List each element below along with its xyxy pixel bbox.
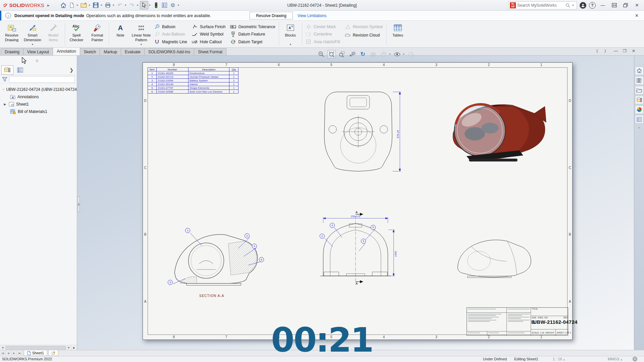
ribbon-button-surface-finish[interactable]: Surface Finish	[192, 23, 226, 30]
file-properties-icon[interactable]	[160, 1, 169, 9]
design-library-icon[interactable]	[635, 76, 644, 85]
drawing-view-top[interactable]: 976.25	[314, 86, 403, 177]
save-dropdown-icon[interactable]: ▼	[100, 4, 103, 6]
add-sheet-tab[interactable]	[48, 350, 58, 356]
user-account-icon[interactable]	[580, 2, 586, 9]
print-icon[interactable]	[104, 1, 112, 9]
print-dropdown-icon[interactable]: ▼	[112, 4, 115, 6]
zoom-window-icon[interactable]	[327, 50, 336, 58]
panel-horizontal-scrollbar[interactable]: ◀ ▶	[0, 345, 71, 350]
panel-splitter-handle[interactable]: ❯	[77, 196, 80, 212]
property-manager-tab[interactable]	[14, 65, 26, 75]
tree-item-annotations[interactable]: A Annotations	[0, 93, 77, 101]
hide-show-items-icon[interactable]	[393, 50, 401, 58]
resolve-drawing-banner-button[interactable]: Resolve Drawing	[250, 12, 293, 19]
tree-item-sheet1[interactable]: ▶ Sheet1	[0, 101, 77, 108]
drawing-view-side[interactable]	[452, 234, 534, 281]
tree-root-item[interactable]: A UBW-21162-04724 (UBW-21162-04724	[0, 86, 77, 93]
tab-sheet-format[interactable]: Sheet Format	[194, 48, 226, 55]
ribbon-button-hole-callout[interactable]: Hole Callout	[192, 38, 226, 45]
tab-evaluate[interactable]: Evaluate	[121, 48, 145, 55]
close-button[interactable]: ✕	[633, 1, 641, 9]
last-sheet-icon[interactable]: ▶|	[17, 350, 23, 356]
save-icon[interactable]	[92, 1, 100, 9]
document-restore-icon[interactable]: ❐	[623, 49, 627, 53]
banner-close-icon[interactable]: ✕	[635, 13, 639, 18]
drawing-view-front[interactable]: A A 2314.23 1530	[312, 210, 399, 285]
tab-sketch[interactable]: Sketch	[80, 48, 100, 55]
select-cursor-icon[interactable]	[140, 1, 148, 9]
search-box[interactable]: MySW ▼	[508, 1, 577, 9]
zoom-to-area-icon[interactable]	[338, 50, 346, 58]
view-limitations-link[interactable]: View Limitations	[298, 13, 326, 18]
restore-button[interactable]	[621, 1, 630, 9]
appearances-icon[interactable]	[635, 105, 644, 114]
balloon-callout[interactable]: 1	[185, 228, 190, 233]
bill-of-materials-table[interactable]: ItemNumberDescriptionQty 121161-46325Exo…	[148, 67, 238, 94]
drawing-view-isometric[interactable]	[439, 88, 547, 175]
ribbon-button-datum-target[interactable]: ADatum Target	[230, 38, 275, 45]
first-sheet-icon[interactable]: |◀	[0, 350, 6, 356]
ribbon-button-revision-cloud[interactable]: Revision Cloud	[345, 32, 383, 39]
tab-annotation[interactable]: Annotation	[53, 47, 80, 55]
balloon-callout[interactable]: 5	[371, 225, 376, 230]
taskpane-collapse-icon[interactable]: ⌃	[638, 127, 641, 131]
balloon-callout[interactable]: 4	[252, 244, 257, 249]
minimize-button[interactable]: —	[598, 1, 607, 9]
search-icon[interactable]	[566, 3, 570, 8]
search-dropdown-icon[interactable]: ▼	[572, 4, 574, 6]
ribbon-button-blocks[interactable]: A Blocks ▼	[280, 21, 301, 47]
tab-drawing[interactable]: Drawing	[1, 48, 23, 55]
zoom-to-fit-icon[interactable]	[317, 50, 325, 58]
balloon-callout[interactable]: 6	[259, 257, 264, 262]
graphics-area[interactable]: ❯ 87654321 87654321 DCBA DCBA I	[77, 56, 634, 350]
ribbon-button-tables[interactable]: Tables	[387, 21, 408, 47]
home-icon[interactable]	[59, 1, 67, 9]
panel-pin-icon[interactable]	[36, 60, 38, 62]
prev-sheet-icon[interactable]: ◀	[6, 350, 11, 356]
view-palette-icon[interactable]	[635, 96, 644, 104]
balloon-callout[interactable]: 3	[168, 280, 173, 285]
menu-expand-icon[interactable]: ▶	[47, 4, 50, 7]
new-dropdown-icon[interactable]: ▼	[76, 4, 78, 6]
status-globe-icon[interactable]	[633, 357, 637, 361]
ribbon-button-format-painter[interactable]: FormatPainter	[87, 21, 108, 47]
options-gear-icon[interactable]: ⚙	[169, 1, 177, 9]
balloon-callout[interactable]: 2	[245, 233, 250, 238]
previous-view-icon[interactable]	[348, 50, 357, 58]
open-dropdown-icon[interactable]: ▼	[88, 4, 91, 6]
help-icon[interactable]: ?	[589, 2, 596, 9]
document-minimize-icon[interactable]: —	[614, 49, 618, 53]
rebuild-traffic-light-icon[interactable]	[152, 1, 160, 9]
balloon-callout[interactable]: 3	[361, 239, 366, 244]
feature-tree-tab[interactable]	[1, 65, 13, 75]
ribbon-button-datum-feature[interactable]: ADatum Feature	[230, 31, 275, 38]
blocks-flyout-icon[interactable]: ▼	[289, 43, 291, 48]
status-scale[interactable]: 1 : 16 ▲	[553, 357, 566, 361]
balloon-callout[interactable]: 4	[330, 223, 335, 228]
panel-collapse-icon[interactable]: ❯	[69, 67, 75, 73]
hide-show-dropdown-icon[interactable]: ▼	[402, 53, 405, 55]
expand-arrow-icon[interactable]: ▶	[3, 103, 7, 106]
ribbon-button-magnetic-line[interactable]: Magnetic Line	[154, 38, 187, 45]
ribbon-button-weld-symbol[interactable]: Weld Symbol	[192, 31, 226, 38]
next-sheet-icon[interactable]: ▶	[11, 350, 17, 356]
open-icon[interactable]	[79, 1, 88, 9]
document-close-icon[interactable]: ✕	[632, 49, 635, 53]
ribbon-button-resolve-drawing[interactable]: ResolveDrawing	[1, 21, 22, 47]
tree-filter-input[interactable]	[9, 76, 75, 83]
balloon-callout[interactable]: 2	[320, 234, 325, 239]
scroll-left-icon[interactable]: ◀	[0, 345, 5, 350]
filter-funnel-icon[interactable]	[2, 77, 7, 82]
tab-view-layout[interactable]: View Layout	[23, 48, 53, 55]
taskpane-home-icon[interactable]	[635, 66, 644, 75]
ribbon-button-smart-dimension[interactable]: SmartDimension ▼	[22, 21, 43, 47]
ribbon-button-geometric-tolerance[interactable]: 0.1Geometric Tolerance	[230, 23, 275, 30]
ribbon-button-spell-checker[interactable]: Abc SpellChecker	[66, 21, 87, 47]
layout-button[interactable]	[610, 1, 619, 9]
tab-solidworks-add-ins[interactable]: SOLIDWORKS Add-Ins	[144, 48, 194, 55]
file-explorer-icon[interactable]	[635, 86, 644, 95]
options-dropdown-icon[interactable]: ▼	[177, 4, 180, 6]
scrollbar-thumb[interactable]	[5, 346, 66, 350]
panel-flyout-icon[interactable]: ▶	[71, 345, 77, 350]
